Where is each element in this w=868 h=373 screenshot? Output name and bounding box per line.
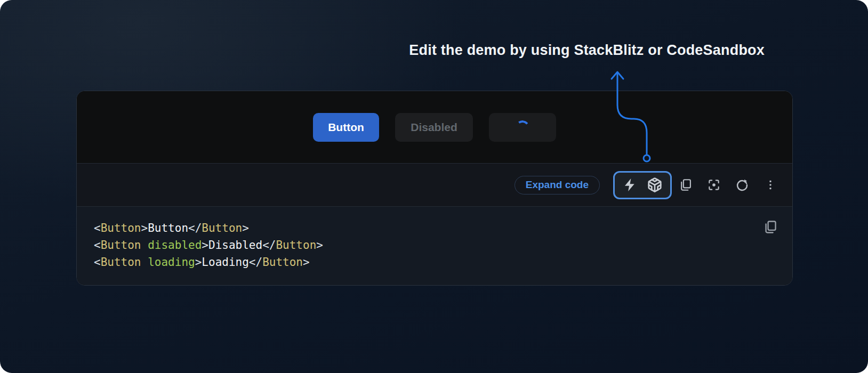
annotation-text: Edit the demo by using StackBlitz or Cod… [409, 42, 765, 59]
stackblitz-icon [623, 177, 638, 192]
demo-card: Button Disabled Expand code [76, 91, 793, 286]
stackblitz-button[interactable] [622, 175, 639, 195]
loading-button[interactable] [489, 113, 556, 142]
code-section: <Button>Button</Button><Button disabled>… [77, 206, 792, 285]
primary-button-label: Button [328, 121, 364, 134]
loading-spinner-icon [515, 119, 530, 135]
demo-toolbar: Expand code [77, 163, 792, 206]
codesandbox-button[interactable] [646, 175, 663, 195]
disabled-button-label: Disabled [411, 121, 457, 134]
code-line: <Button>Button</Button> [94, 220, 775, 237]
edit-online-group [613, 171, 672, 199]
demo-preview-area: Button Disabled [77, 91, 792, 163]
copy-code-button[interactable] [676, 175, 696, 195]
code-line: <Button disabled>Disabled</Button> [94, 237, 775, 254]
page-background: Edit the demo by using StackBlitz or Cod… [0, 0, 868, 373]
code-copy-button[interactable] [761, 218, 779, 237]
standalone-view-button[interactable] [704, 175, 724, 195]
copy-icon [763, 220, 778, 236]
kebab-dots-icon [764, 179, 777, 191]
expand-code-button[interactable]: Expand code [515, 176, 600, 194]
code-block: <Button>Button</Button><Button disabled>… [94, 220, 775, 271]
more-actions-button[interactable] [760, 175, 781, 195]
refresh-icon [735, 178, 749, 192]
codesandbox-icon [647, 177, 663, 193]
scan-focus-icon [707, 178, 721, 192]
primary-button[interactable]: Button [313, 113, 379, 142]
code-line: <Button loading>Loading</Button> [94, 254, 775, 271]
refresh-demo-button[interactable] [732, 175, 752, 195]
copy-icon [679, 178, 693, 192]
disabled-button: Disabled [395, 113, 473, 142]
